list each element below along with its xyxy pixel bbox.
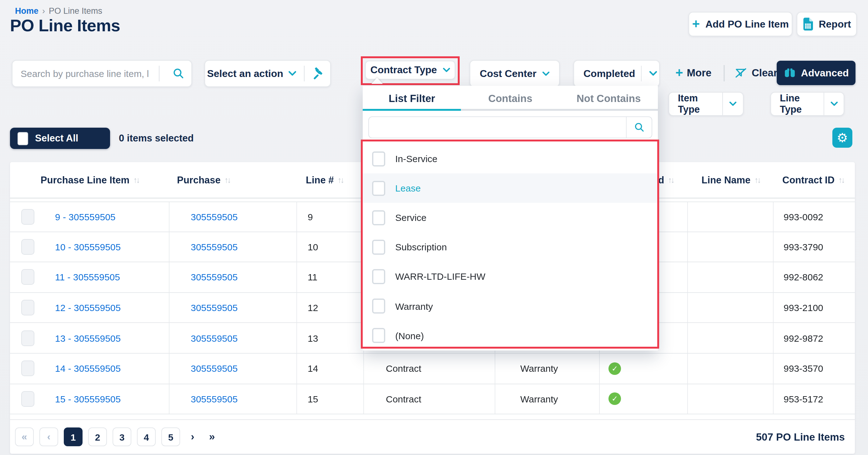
select-all-button[interactable]: Select All [10,128,110,149]
filter-option[interactable]: Warranty [363,291,658,321]
previous-page-button[interactable]: ‹ [39,427,58,446]
sort-arrows-icon[interactable]: ↑↓ [224,175,230,184]
filter-option[interactable]: WARR-LTD-LIFE-HW [363,262,658,291]
purchase-line-item-link[interactable]: 13 - 305559505 [55,333,121,343]
dropdown-tabs: List FilterContainsNot Contains [363,86,658,111]
row-checkbox[interactable] [21,330,34,346]
purchase-link[interactable]: 305559505 [191,272,238,283]
purchase-link[interactable]: 305559505 [191,394,238,404]
purchase-link[interactable]: 305559505 [191,302,238,313]
column-header-label: Line Name [702,174,751,186]
tab-contains[interactable]: Contains [461,86,560,111]
dropdown-search-icon[interactable] [626,117,652,138]
more-filters-button[interactable]: + More [675,60,711,86]
page-button-2[interactable]: 2 [88,427,107,446]
add-po-line-item-button[interactable]: + Add PO Line Item [688,12,792,36]
purchase-link[interactable]: 305559505 [191,363,238,374]
column-header-6[interactable]: Line Name↑↓ [688,162,774,198]
column-header-7[interactable]: Contract ID↑↓ [774,162,855,198]
cell-item-type: Contract [364,353,495,383]
settings-gear-button[interactable]: ⚙ [832,128,852,148]
breadcrumb-separator-icon: › [42,6,45,16]
clear-label: Clear [752,67,778,79]
cell-line-number: 13 [297,323,364,353]
purchase-link[interactable]: 305559505 [191,211,238,222]
cell-line-name [688,232,774,262]
purchase-line-item-link[interactable]: 10 - 305559505 [55,241,121,252]
select-action-button[interactable]: Select an action [205,60,331,87]
tab-list-filter[interactable]: List Filter [363,86,461,111]
column-header-0[interactable]: Purchase Line Item↑↓ [10,162,169,198]
option-label: Subscription [395,242,447,253]
filter-completed[interactable]: Completed [574,60,660,87]
row-checkbox[interactable] [21,239,34,255]
advanced-search-button[interactable]: Advanced [777,61,856,85]
filter-item-type[interactable]: Item Type [669,92,744,116]
cell-purchase: 305559505 [169,384,297,414]
row-checkbox[interactable] [21,269,34,285]
purchase-line-item-link[interactable]: 12 - 305559505 [55,302,121,313]
cell-purchase-line-item: 13 - 305559505 [10,323,169,353]
page-button-3[interactable]: 3 [113,427,131,446]
option-checkbox[interactable] [372,298,385,314]
chevron-down-icon[interactable] [723,93,743,115]
purchase-line-item-link[interactable]: 15 - 305559505 [55,394,121,404]
filter-cost-center[interactable]: Cost Center [470,60,560,87]
purchase-line-item-link[interactable]: 14 - 305559505 [55,363,121,374]
option-checkbox[interactable] [372,151,385,166]
filter-contract-type[interactable]: Contract Type [365,61,455,80]
chevron-down-icon[interactable] [641,71,665,76]
column-header-label: Purchase [177,174,221,186]
column-header-1[interactable]: Purchase↑↓ [169,162,297,198]
page-button-1[interactable]: 1 [64,427,83,446]
search-input[interactable] [12,68,153,79]
purchase-line-item-link[interactable]: 11 - 305559505 [55,272,120,283]
option-checkbox[interactable] [372,328,385,343]
search-divider [159,66,159,81]
option-checkbox[interactable] [372,210,385,225]
sort-arrows-icon[interactable]: ↑↓ [338,175,343,184]
filter-option[interactable]: In-Service [363,144,658,173]
first-page-button[interactable]: « [15,427,34,446]
search-icon[interactable] [165,67,191,80]
option-checkbox[interactable] [372,180,385,196]
sort-arrows-icon[interactable]: ↑↓ [754,175,760,184]
breadcrumb-home-link[interactable]: Home [15,6,38,16]
filter-option[interactable]: Subscription [363,232,658,262]
cell-purchase-line-item: 15 - 305559505 [10,384,169,414]
clear-filters-button[interactable]: Clear [734,60,778,86]
dropdown-search-input[interactable] [369,122,626,132]
page-button-5[interactable]: 5 [161,427,180,446]
sort-arrows-icon[interactable]: ↑↓ [133,175,139,184]
filter-option[interactable]: Lease [363,173,658,203]
column-header-2[interactable]: Line #↑↓ [297,162,364,198]
purchase-line-item-link[interactable]: 9 - 305559505 [55,211,116,222]
row-checkbox[interactable] [21,300,34,315]
next-page-button[interactable]: › [186,427,199,446]
chevron-down-icon [288,71,297,76]
row-checkbox[interactable] [21,391,34,407]
cell-purchase-line-item: 14 - 305559505 [10,353,169,383]
gavel-icon[interactable] [310,67,328,80]
sort-arrows-icon[interactable]: ↑↓ [668,175,674,184]
row-checkbox[interactable] [21,209,34,225]
tab-not-contains[interactable]: Not Contains [559,86,658,111]
page-button-4[interactable]: 4 [137,427,156,446]
purchase-link[interactable]: 305559505 [191,333,238,343]
sort-arrows-icon[interactable]: ↑↓ [838,175,844,184]
purchase-link[interactable]: 305559505 [191,241,238,252]
cell-contract-type: Warranty [495,353,600,383]
last-page-button[interactable]: » [205,427,219,446]
filter-option[interactable]: (None) [363,321,658,350]
option-checkbox[interactable] [372,269,385,284]
select-all-checkbox[interactable] [18,132,28,145]
row-checkbox[interactable] [21,361,34,376]
chevron-down-icon[interactable] [824,93,844,115]
filter-line-type[interactable]: Line Type [770,92,844,116]
chevron-down-icon [542,71,550,76]
option-checkbox[interactable] [372,240,385,255]
binoculars-icon [783,67,796,78]
report-button[interactable]: Report [797,12,857,36]
filter-option[interactable]: Service [363,203,658,232]
more-label: More [687,67,712,79]
